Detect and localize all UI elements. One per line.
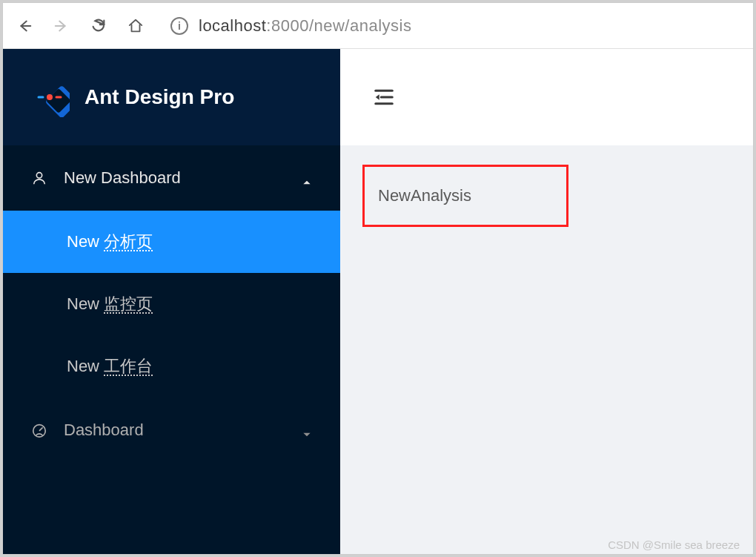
sidebar-item-new-analysis[interactable]: New 分析页 [3, 211, 340, 273]
forward-button[interactable] [53, 18, 70, 34]
reload-button[interactable] [90, 18, 107, 34]
address-bar[interactable]: i localhost:8000/new/analysis [170, 16, 411, 36]
home-button[interactable] [127, 18, 144, 34]
sidebar-item-new-workplace[interactable]: New 工作台 [3, 335, 340, 398]
sidebar-group-label: Dashboard [64, 421, 144, 440]
submenu-label-en: New [67, 232, 99, 251]
url-display: localhost:8000/new/analysis [199, 16, 411, 36]
url-rest: :8000/new/analysis [266, 16, 411, 35]
browser-window: i localhost:8000/new/analysis Ant Design [2, 2, 754, 555]
user-icon [31, 170, 47, 186]
svg-point-5 [36, 173, 42, 178]
submenu-label-en: New [67, 357, 99, 376]
sidebar-group-dashboard[interactable]: Dashboard [3, 398, 340, 463]
sidebar-header: Ant Design Pro [3, 49, 340, 145]
app-body: Ant Design Pro New Dashboard New 分析页 [3, 49, 753, 554]
menu-fold-icon[interactable] [373, 86, 395, 108]
content-area: NewAnalysis [340, 49, 753, 554]
browser-toolbar: i localhost:8000/new/analysis [3, 3, 753, 49]
content-main: NewAnalysis [340, 145, 753, 554]
dashboard-icon [31, 422, 47, 438]
svg-point-4 [47, 94, 53, 100]
submenu-label-cn: 分析页 [104, 231, 153, 253]
chevron-up-icon [302, 173, 312, 183]
sidebar-group-label: New Dashboard [64, 168, 181, 188]
submenu-label-en: New [67, 294, 99, 314]
url-host: localhost [199, 16, 266, 35]
content-header [340, 49, 753, 145]
back-button[interactable] [16, 18, 33, 34]
info-icon[interactable]: i [170, 17, 188, 35]
chevron-down-icon [302, 425, 312, 435]
sidebar-group-new-dashboard[interactable]: New Dashboard [3, 145, 340, 211]
page-heading-highlight: NewAnalysis [362, 165, 568, 227]
submenu-label-cn: 工作台 [104, 355, 153, 378]
nav-buttons [16, 18, 144, 34]
submenu-label-cn: 监控页 [104, 293, 153, 315]
sidebar: Ant Design Pro New Dashboard New 分析页 [3, 49, 340, 554]
page-heading: NewAnalysis [378, 186, 471, 205]
logo-icon [30, 77, 70, 117]
app-title: Ant Design Pro [84, 85, 234, 109]
sidebar-item-new-monitor[interactable]: New 监控页 [3, 273, 340, 335]
svg-point-6 [33, 425, 46, 438]
